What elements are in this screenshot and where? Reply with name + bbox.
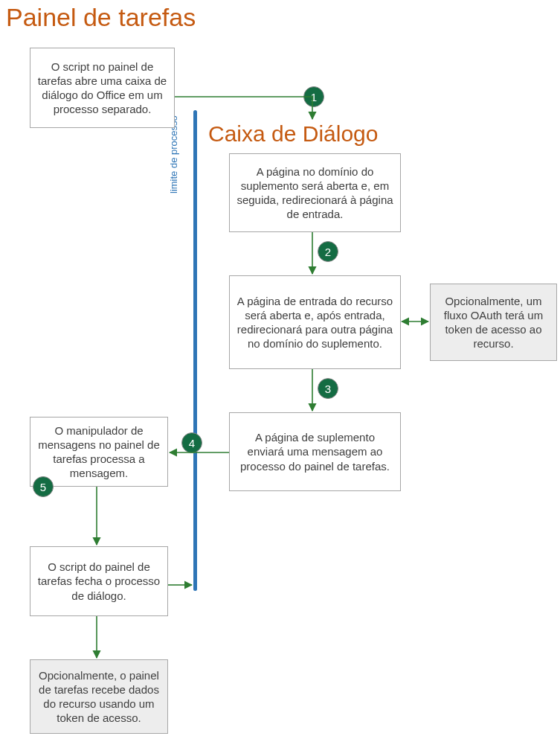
step-badge-2: 2 (318, 241, 338, 262)
box-oauth-optional: Opcionalmente, um fluxo OAuth terá um to… (430, 284, 557, 361)
box-taskpane-open-dialog: O script no painel de tarefas abre uma c… (30, 48, 175, 128)
step-badge-5: 5 (33, 476, 54, 497)
box-taskpane-fetch-data: Opcionalmente, o painel de tarefas receb… (30, 659, 168, 734)
box-dialog-send-message: A página de suplemento enviará uma mensa… (229, 412, 401, 491)
box-dialog-signin-redirect: A página de entrada do recurso será aber… (229, 275, 401, 369)
step-badge-1: 1 (303, 86, 324, 107)
box-dialog-addin-page-redirect: A página no domínio do suplemento será a… (229, 153, 401, 232)
box-taskpane-handle-message: O manipulador de mensagens no painel de … (30, 417, 168, 487)
heading-taskpane: Painel de tarefas (6, 3, 196, 32)
step-badge-3: 3 (318, 378, 338, 399)
process-boundary-line (193, 110, 197, 591)
heading-dialog: Caixa de Diálogo (208, 121, 378, 147)
box-taskpane-close-dialog: O script do painel de tarefas fecha o pr… (30, 546, 168, 616)
step-badge-4: 4 (181, 432, 202, 453)
